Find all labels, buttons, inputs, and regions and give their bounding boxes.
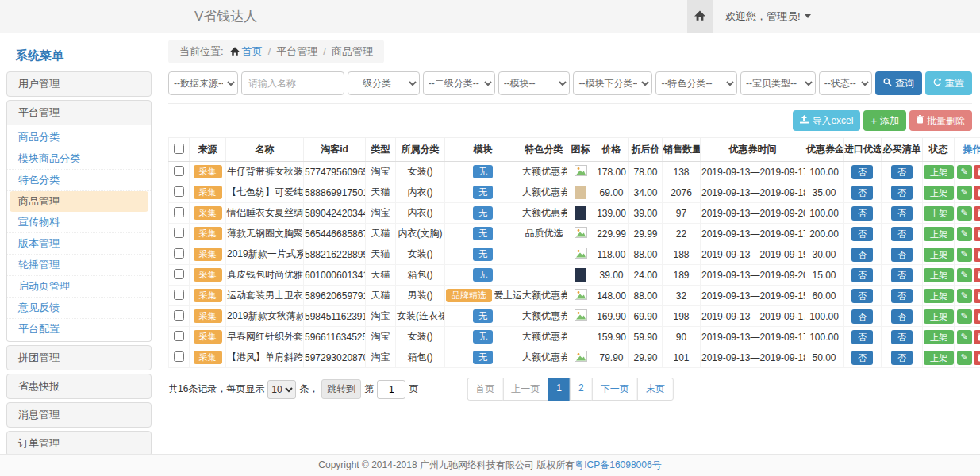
edit-button[interactable]: ✎ xyxy=(957,289,972,303)
edit-button[interactable]: ✎ xyxy=(957,227,972,241)
sidebar-item-9[interactable]: 启动页管理 xyxy=(7,276,151,298)
import-excel-button[interactable]: 导入excel xyxy=(793,110,860,131)
sidebar-group-15[interactable]: 订单管理 xyxy=(6,431,152,456)
must-buy-toggle[interactable]: 否 xyxy=(891,330,913,344)
delete-button[interactable] xyxy=(974,351,980,365)
import-toggle[interactable]: 否 xyxy=(851,309,873,324)
sidebar-group-14[interactable]: 消息管理 xyxy=(6,402,152,428)
goods-name-input[interactable] xyxy=(241,71,344,95)
sidebar-group-1[interactable]: 平台管理 xyxy=(6,100,152,125)
reset-button[interactable]: 重置 xyxy=(925,71,972,95)
sidebar-item-2[interactable]: 商品分类 xyxy=(7,127,151,148)
import-toggle[interactable]: 否 xyxy=(851,330,873,344)
user-menu[interactable]: 欢迎您，管理员! xyxy=(725,10,811,24)
row-checkbox[interactable] xyxy=(174,207,184,217)
status-badge[interactable]: 上架 xyxy=(924,289,954,303)
must-buy-toggle[interactable]: 否 xyxy=(891,186,913,200)
edit-button[interactable]: ✎ xyxy=(957,330,972,344)
sidebar-item-7[interactable]: 版本管理 xyxy=(7,233,151,255)
edit-button[interactable]: ✎ xyxy=(957,309,972,324)
sidebar-item-5[interactable]: 商品管理 xyxy=(10,191,148,212)
page-button-2[interactable]: 1 xyxy=(548,378,571,401)
status-badge[interactable]: 上架 xyxy=(924,309,954,324)
sidebar-item-10[interactable]: 意见反馈 xyxy=(7,298,151,319)
must-buy-toggle[interactable]: 否 xyxy=(891,227,913,241)
must-buy-toggle[interactable]: 否 xyxy=(891,351,913,365)
delete-button[interactable] xyxy=(974,289,980,303)
sidebar-group-12[interactable]: 拼团管理 xyxy=(6,345,152,370)
breadcrumb-home-link[interactable]: 首页 xyxy=(242,45,263,57)
add-button[interactable]: + 添加 xyxy=(863,110,906,131)
import-toggle[interactable]: 否 xyxy=(851,227,873,241)
sidebar-group-0[interactable]: 用户管理 xyxy=(6,71,152,97)
import-toggle[interactable]: 否 xyxy=(851,248,873,262)
sidebar-item-11[interactable]: 平台配置 xyxy=(7,319,151,340)
per-page-select[interactable]: 10 xyxy=(267,380,296,399)
import-toggle[interactable]: 否 xyxy=(851,206,873,221)
row-checkbox[interactable] xyxy=(174,269,184,279)
filter-select-2[interactable]: --模块-- xyxy=(498,71,571,95)
status-badge[interactable]: 上架 xyxy=(924,248,954,262)
edit-button[interactable]: ✎ xyxy=(957,206,972,221)
import-toggle[interactable]: 否 xyxy=(851,268,873,282)
must-buy-toggle[interactable]: 否 xyxy=(891,165,913,179)
must-buy-toggle[interactable]: 否 xyxy=(891,309,913,324)
status-badge[interactable]: 上架 xyxy=(924,165,954,179)
import-toggle[interactable]: 否 xyxy=(851,186,873,200)
row-checkbox[interactable] xyxy=(174,228,184,238)
must-buy-toggle[interactable]: 否 xyxy=(891,268,913,282)
row-checkbox[interactable] xyxy=(174,290,184,300)
icp-link[interactable]: 粤ICP备16098006号 xyxy=(575,459,661,470)
search-button[interactable]: 查询 xyxy=(875,71,922,95)
filter-select-5[interactable]: --宝贝类型-- xyxy=(740,71,816,95)
row-checkbox[interactable] xyxy=(174,331,184,341)
delete-button[interactable] xyxy=(974,330,980,344)
home-button[interactable] xyxy=(687,0,713,33)
status-badge[interactable]: 上架 xyxy=(924,330,954,344)
filter-select-1[interactable]: --二级分类-- xyxy=(423,71,495,95)
jump-button[interactable]: 跳转到 xyxy=(321,379,361,399)
edit-button[interactable]: ✎ xyxy=(957,165,972,179)
page-number-input[interactable] xyxy=(377,380,405,399)
filter-select-3[interactable]: --模块下分类-- xyxy=(573,71,652,95)
page-button-1[interactable]: 上一页 xyxy=(502,378,548,401)
sidebar-item-8[interactable]: 轮播管理 xyxy=(7,255,151,276)
edit-button[interactable]: ✎ xyxy=(957,248,972,262)
edit-button[interactable]: ✎ xyxy=(957,268,972,282)
row-checkbox[interactable] xyxy=(174,351,184,362)
sidebar-item-4[interactable]: 特色分类 xyxy=(7,170,151,191)
row-checkbox[interactable] xyxy=(174,248,184,259)
delete-button[interactable] xyxy=(974,248,980,262)
delete-button[interactable] xyxy=(974,165,980,179)
row-checkbox[interactable] xyxy=(174,166,184,176)
import-toggle[interactable]: 否 xyxy=(851,289,873,303)
page-button-5[interactable]: 末页 xyxy=(637,378,674,401)
filter-select-0[interactable]: 一级分类 xyxy=(348,71,420,95)
import-toggle[interactable]: 否 xyxy=(851,165,873,179)
row-checkbox[interactable] xyxy=(174,310,184,321)
delete-button[interactable] xyxy=(974,268,980,282)
delete-button[interactable] xyxy=(974,309,980,324)
must-buy-toggle[interactable]: 否 xyxy=(891,289,913,303)
sidebar-item-3[interactable]: 模块商品分类 xyxy=(7,148,151,170)
filter-source-select[interactable]: --数据来源-- xyxy=(168,71,238,95)
page-button-3[interactable]: 2 xyxy=(570,378,593,401)
status-badge[interactable]: 上架 xyxy=(924,227,954,241)
edit-button[interactable]: ✎ xyxy=(957,351,972,365)
status-badge[interactable]: 上架 xyxy=(924,351,954,365)
edit-button[interactable]: ✎ xyxy=(957,186,972,200)
select-all-checkbox[interactable] xyxy=(174,144,184,154)
sidebar-item-6[interactable]: 宣传物料 xyxy=(7,212,151,233)
row-checkbox[interactable] xyxy=(174,186,184,197)
status-badge[interactable]: 上架 xyxy=(924,268,954,282)
delete-button[interactable] xyxy=(974,186,980,200)
page-button-0[interactable]: 首页 xyxy=(467,378,503,401)
filter-select-4[interactable]: --特色分类-- xyxy=(655,71,737,95)
batch-delete-button[interactable]: 批量删除 xyxy=(909,110,972,131)
breadcrumb-item-platform[interactable]: 平台管理 xyxy=(276,45,317,57)
import-toggle[interactable]: 否 xyxy=(851,351,873,365)
status-badge[interactable]: 上架 xyxy=(924,186,954,200)
page-button-4[interactable]: 下一页 xyxy=(592,378,638,401)
must-buy-toggle[interactable]: 否 xyxy=(891,248,913,262)
breadcrumb-item-goods[interactable]: 商品管理 xyxy=(332,45,373,57)
